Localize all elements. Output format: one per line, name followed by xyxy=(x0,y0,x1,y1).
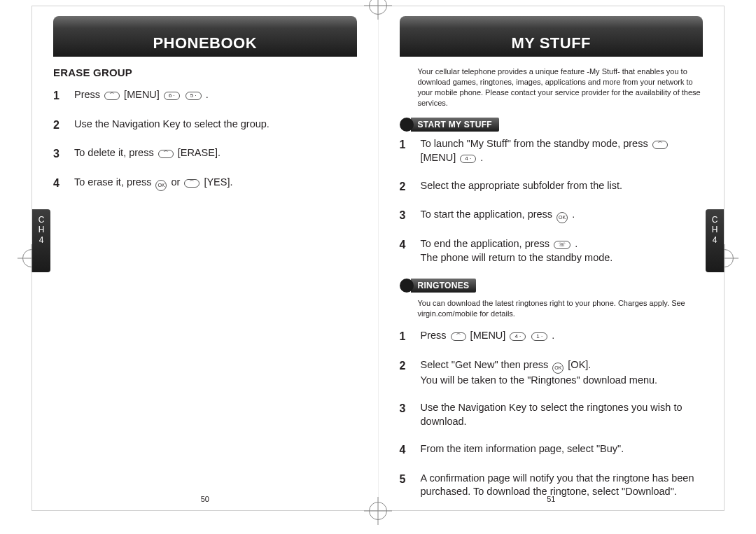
section-subhead: ERASE GROUP xyxy=(53,66,357,78)
step-item: 4 To erase it, press OK or ⌒ [YES]. xyxy=(53,176,357,191)
page-number: 51 xyxy=(547,495,555,503)
chapter-tab: C H 4 xyxy=(32,209,50,272)
manual-spread: C H 4 PHONEBOOK ERASE GROUP 1 Press ⌒ [M… xyxy=(31,6,724,511)
page-title-bar: PHONEBOOK xyxy=(53,16,357,57)
key-4-icon: 4 ∙ xyxy=(510,332,526,341)
key-6-icon: 6 ∙ xyxy=(164,92,180,100)
bullet-icon xyxy=(400,279,414,293)
page-title: PHONEBOOK xyxy=(153,34,257,52)
section-label: RINGTONES xyxy=(411,279,477,293)
page-title: MY STUFF xyxy=(511,34,591,52)
steps-list: 1 Press ⌒ [MENU] 4 ∙ 1 ∙ . 2 Select "Get… xyxy=(400,329,704,499)
steps-list: 1 Press ⌒ [MENU] 6 ∙ 5 ∙ . 2 Use the Nav… xyxy=(53,88,357,191)
softkey-icon: ⌒ xyxy=(652,141,668,149)
step-item: 4 From the item information page, select… xyxy=(400,442,704,458)
page-number: 50 xyxy=(201,495,209,503)
softkey-icon: ⌒ xyxy=(158,150,174,158)
step-item: 2 Use the Navigation Key to select the g… xyxy=(53,118,357,133)
chapter-label: C H xyxy=(712,215,718,235)
page-title-bar: MY STUFF xyxy=(400,16,704,57)
step-item: 4 To end the application, press ☏ .The p… xyxy=(400,237,704,265)
step-item: 2 Select "Get New" then press OK [OK].Yo… xyxy=(400,358,704,388)
step-item: 3 To delete it, press ⌒ [ERASE]. xyxy=(53,146,357,162)
chapter-number: 4 xyxy=(713,235,718,245)
key-1-icon: 1 ∙ xyxy=(531,332,547,341)
ok-key-icon: OK xyxy=(552,363,564,374)
key-4-icon: 4 ∙ xyxy=(460,155,476,163)
page-left: C H 4 PHONEBOOK ERASE GROUP 1 Press ⌒ [M… xyxy=(32,6,378,510)
intro-paragraph: You can download the latest ringtones ri… xyxy=(418,298,704,319)
chapter-tab: C H 4 xyxy=(706,209,724,272)
intro-paragraph: Your cellular telephone provides a uniqu… xyxy=(418,66,704,108)
key-5-icon: 5 ∙ xyxy=(186,92,202,100)
softkey-icon: ⌒ xyxy=(451,332,466,341)
bullet-icon xyxy=(400,118,414,132)
softkey-icon: ⌒ xyxy=(104,92,120,100)
step-item: 2 Select the appropriate subfolder from … xyxy=(400,179,704,195)
ok-key-icon: OK xyxy=(556,212,568,223)
section-header: START MY STUFF xyxy=(400,118,704,132)
page-right: C H 4 MY STUFF Your cellular telephone p… xyxy=(379,6,724,510)
section-label: START MY STUFF xyxy=(411,118,499,132)
step-item: 3 Use the Navigation Key to select the r… xyxy=(400,401,704,428)
step-item: 1 To launch "My Stuff" from the standby … xyxy=(400,137,704,164)
step-item: 3 To start the application, press OK . xyxy=(400,208,704,223)
steps-list: 1 To launch "My Stuff" from the standby … xyxy=(400,137,704,265)
softkey-icon: ⌒ xyxy=(184,179,200,188)
section-header: RINGTONES xyxy=(400,279,704,293)
step-item: 1 Press ⌒ [MENU] 4 ∙ 1 ∙ . xyxy=(400,329,704,344)
end-key-icon: ☏ xyxy=(554,241,570,249)
chapter-label: C H xyxy=(38,215,45,235)
step-item: 1 Press ⌒ [MENU] 6 ∙ 5 ∙ . xyxy=(53,88,357,104)
chapter-number: 4 xyxy=(39,235,44,245)
ok-key-icon: OK xyxy=(155,180,167,191)
